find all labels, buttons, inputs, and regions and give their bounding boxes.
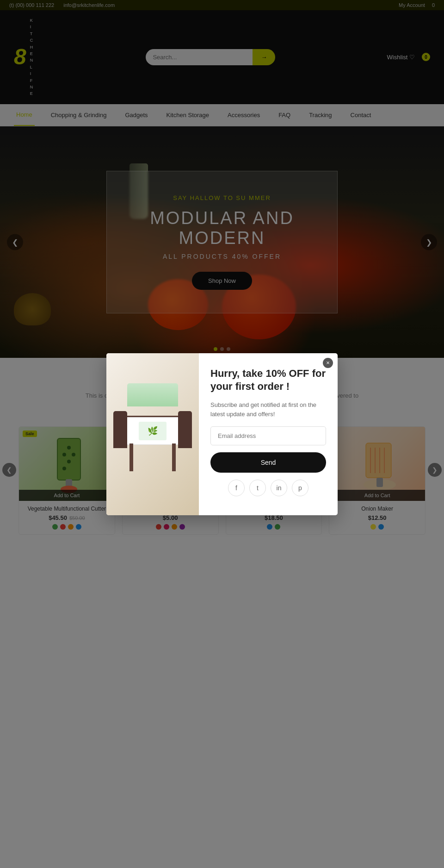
pinterest-icon[interactable]: p: [292, 480, 308, 496]
popup-title: Hurry, take 10% OFF for your first order…: [210, 367, 326, 393]
popup-content: × Hurry, take 10% OFF for your first ord…: [199, 353, 338, 515]
popup-close-button[interactable]: ×: [323, 358, 333, 368]
page-overlay: 🌿 × Hurry, take 10% OFF for your first o…: [0, 0, 444, 549]
popup-subtitle: Subscribe and get notified at first on t…: [210, 400, 326, 420]
facebook-icon[interactable]: f: [228, 480, 245, 496]
popup-modal: 🌿 × Hurry, take 10% OFF for your first o…: [106, 353, 338, 515]
popup-email-input[interactable]: [210, 426, 326, 445]
twitter-icon[interactable]: t: [249, 480, 266, 496]
popup-send-button[interactable]: Send: [210, 452, 326, 473]
linkedin-icon[interactable]: in: [271, 480, 287, 496]
dining-table-art: 🌿: [120, 383, 185, 485]
popup-image: 🌿: [106, 353, 199, 515]
social-icons: f t in p: [210, 480, 326, 496]
